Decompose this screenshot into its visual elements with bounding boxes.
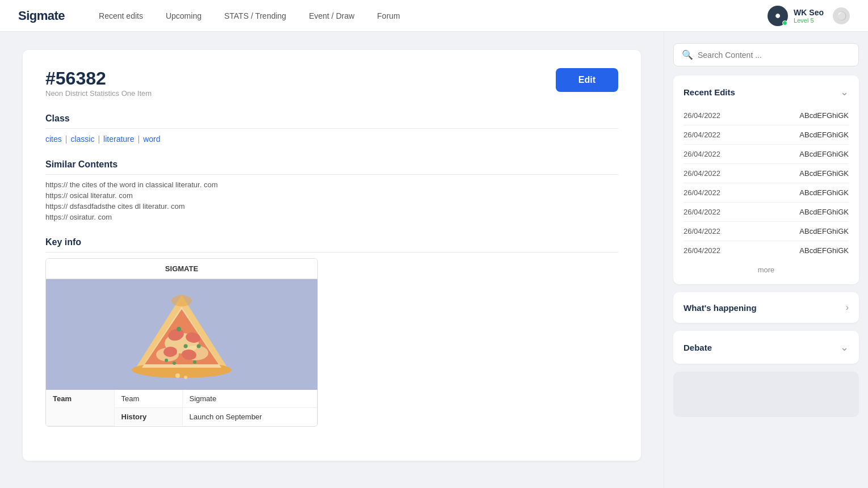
main-content: #56382 Neon District Statistics One Item…: [0, 32, 664, 488]
sidebar: 🔍 Recent Edits ⌄ 26/04/2022 ABcdEFGhiGK …: [664, 32, 868, 488]
user-info[interactable]: ● WK Seo Level 5: [768, 6, 824, 26]
page-layout: #56382 Neon District Statistics One Item…: [0, 32, 868, 488]
search-bar[interactable]: 🔍: [673, 43, 859, 66]
logo[interactable]: Sigmate: [18, 9, 65, 23]
debate-header: Debate ⌄: [684, 341, 849, 354]
edit-date: 26/04/2022: [684, 227, 720, 235]
content-card: #56382 Neon District Statistics One Item…: [23, 50, 641, 461]
edit-date: 26/04/2022: [684, 169, 720, 178]
whats-happening-header: What's happening ›: [684, 302, 849, 313]
edit-label: ABcdEFGhiGK: [799, 111, 849, 120]
class-link-cites[interactable]: cites: [45, 134, 62, 144]
user-details: WK Seo Level 5: [794, 8, 824, 24]
similar-link-1: https:// osical literatur. com: [45, 191, 618, 200]
key-info-card-header: SIGMATE: [46, 259, 317, 279]
settings-button[interactable]: ⚪: [833, 7, 850, 24]
class-section-title: Class: [45, 113, 618, 129]
main-nav: Recent edits Upcoming STATS / Trending E…: [99, 11, 768, 20]
edit-label: ABcdEFGhiGK: [799, 188, 849, 197]
edit-label: ABcdEFGhiGK: [799, 246, 849, 255]
table-row-group-label: Team: [46, 390, 114, 426]
nav-stats-trending[interactable]: STATS / Trending: [224, 11, 286, 20]
edit-label: ABcdEFGhiGK: [799, 208, 849, 216]
app-header: Sigmate Recent edits Upcoming STATS / Tr…: [0, 0, 868, 32]
edit-date: 26/04/2022: [684, 208, 720, 216]
content-subtitle: Neon District Statistics One Item: [45, 89, 152, 98]
online-indicator: [782, 20, 787, 26]
key-info-section: Key info SIGMATE: [45, 237, 618, 427]
table-cell-history-value: Launch on September: [182, 408, 317, 426]
similar-links: https:// the cites of the word in classi…: [45, 180, 618, 221]
key-info-title: Key info: [45, 237, 618, 253]
edit-date: 26/04/2022: [684, 150, 720, 158]
list-item: 26/04/2022 ABcdEFGhiGK: [684, 241, 849, 260]
nav-upcoming[interactable]: Upcoming: [166, 11, 202, 20]
content-id: #56382: [45, 68, 152, 89]
whats-happening-widget: What's happening ›: [673, 292, 859, 323]
list-item: 26/04/2022 ABcdEFGhiGK: [684, 183, 849, 203]
list-item: 26/04/2022 ABcdEFGhiGK: [684, 203, 849, 222]
list-item: 26/04/2022 ABcdEFGhiGK: [684, 164, 849, 183]
class-links: cites | classic | literature | word: [45, 134, 618, 144]
list-item: 26/04/2022 ABcdEFGhiGK: [684, 145, 849, 164]
recent-edits-title: Recent Edits: [684, 87, 735, 97]
nav-event-draw[interactable]: Event / Draw: [309, 11, 354, 20]
list-item: 26/04/2022 ABcdEFGhiGK: [684, 125, 849, 145]
edit-label: ABcdEFGhiGK: [799, 150, 849, 158]
whats-happening-title: What's happening: [684, 303, 757, 313]
class-sep-2: |: [98, 134, 100, 144]
recent-edits-widget: Recent Edits ⌄ 26/04/2022 ABcdEFGhiGK 26…: [673, 75, 859, 284]
svg-point-15: [173, 361, 176, 365]
similar-link-3: https:// osiratur. com: [45, 213, 618, 221]
nav-recent-edits[interactable]: Recent edits: [99, 11, 143, 20]
svg-point-14: [197, 344, 201, 348]
edit-date: 26/04/2022: [684, 188, 720, 197]
list-item: 26/04/2022 ABcdEFGhiGK: [684, 106, 849, 125]
class-link-literature[interactable]: literature: [103, 134, 134, 144]
list-item: 26/04/2022 ABcdEFGhiGK: [684, 222, 849, 241]
pizza-svg: [128, 289, 236, 380]
bottom-widget: [673, 372, 859, 417]
nav-forum[interactable]: Forum: [377, 11, 400, 20]
class-sep-3: |: [138, 134, 140, 144]
class-link-classic[interactable]: classic: [70, 134, 94, 144]
edit-label: ABcdEFGhiGK: [799, 169, 849, 178]
class-link-word[interactable]: word: [143, 134, 160, 144]
more-link[interactable]: more: [684, 266, 849, 274]
edit-date: 26/04/2022: [684, 111, 720, 120]
svg-point-19: [171, 295, 192, 306]
search-input[interactable]: [698, 51, 850, 60]
table-row: Team Team Sigmate: [46, 390, 317, 408]
debate-toggle[interactable]: ⌄: [840, 341, 849, 354]
similar-link-2: https:// dsfasdfadsthe cites dl literatu…: [45, 202, 618, 211]
recent-edits-toggle[interactable]: ⌄: [840, 86, 849, 98]
recent-edits-header: Recent Edits ⌄: [684, 86, 849, 98]
table-cell-team-label: Team: [114, 390, 182, 408]
key-info-table: Team Team Sigmate History Launch on Sept…: [46, 390, 317, 426]
edit-date: 26/04/2022: [684, 131, 720, 139]
svg-point-13: [165, 359, 168, 362]
content-header: #56382 Neon District Statistics One Item…: [45, 68, 618, 111]
similar-contents-section: Similar Contents https:// the cites of t…: [45, 159, 618, 221]
key-info-card: SIGMATE: [45, 258, 318, 427]
debate-widget: Debate ⌄: [673, 331, 859, 364]
svg-point-11: [177, 327, 181, 331]
edit-date: 26/04/2022: [684, 246, 720, 255]
whats-happening-toggle[interactable]: ›: [846, 302, 849, 313]
debate-title: Debate: [684, 343, 712, 352]
class-section: Class cites | classic | literature | wor…: [45, 113, 618, 144]
svg-point-17: [175, 373, 180, 378]
similar-link-0: https:// the cites of the word in classi…: [45, 180, 618, 189]
edit-label: ABcdEFGhiGK: [799, 227, 849, 235]
table-cell-history-label: History: [114, 408, 182, 426]
class-sep-1: |: [65, 134, 68, 144]
table-cell-team-value: Sigmate: [182, 390, 317, 408]
header-right: ● WK Seo Level 5 ⚪: [768, 6, 850, 26]
avatar: ●: [768, 6, 788, 26]
recent-edits-list: 26/04/2022 ABcdEFGhiGK 26/04/2022 ABcdEF…: [684, 106, 849, 260]
edit-button[interactable]: Edit: [556, 68, 618, 92]
search-icon: 🔍: [682, 49, 693, 60]
similar-contents-title: Similar Contents: [45, 159, 618, 175]
user-level: Level 5: [794, 17, 824, 24]
svg-point-18: [184, 376, 187, 379]
